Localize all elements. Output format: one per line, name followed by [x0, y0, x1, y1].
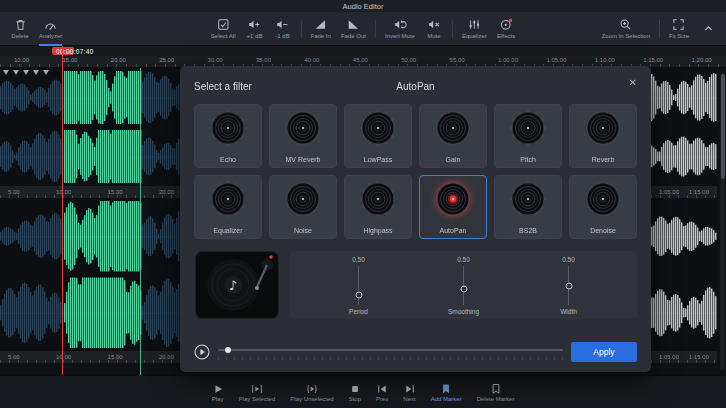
toolbar-button-label: Fade Out: [341, 33, 366, 39]
transport-next[interactable]: Next: [399, 381, 419, 404]
transport-button-label: Add Marker: [431, 396, 462, 402]
filter-tile-gain[interactable]: Gain: [419, 104, 487, 168]
transport-button-label: Next: [403, 396, 415, 402]
filter-name: Gain: [446, 156, 461, 163]
transport-play[interactable]: Play: [208, 381, 228, 404]
filter-tile-pitch[interactable]: Pitch: [494, 104, 562, 168]
toolbar-button-equalizer[interactable]: Equalizer: [457, 12, 492, 46]
toolbar-button-1-db[interactable]: -1 dB: [269, 12, 297, 46]
toolbar-button-delete[interactable]: Delete: [6, 12, 34, 46]
progress-track[interactable]: [218, 349, 563, 351]
toolbar-button-zoom-in-selection[interactable]: Zoom In Selection: [597, 12, 655, 46]
progress-thumb[interactable]: [225, 347, 231, 353]
scrollbar-thumb[interactable]: [721, 74, 725, 179]
toolbar-button-effects[interactable]: Effects: [492, 12, 520, 46]
transport-prev[interactable]: Prev: [372, 381, 392, 404]
toolbar-button-select-all[interactable]: Select All: [206, 12, 241, 46]
timeline-marker-icon[interactable]: [43, 70, 49, 75]
filter-tile-denoise[interactable]: Denoise: [569, 175, 637, 239]
toolbar-button-label: Fit Size: [669, 33, 689, 39]
transport-add-marker[interactable]: Add Marker: [427, 381, 466, 404]
toolbar-button-mute[interactable]: Mute: [420, 12, 448, 46]
timeline-marker-icon[interactable]: [33, 70, 39, 75]
slider-track[interactable]: [568, 266, 569, 305]
timeline-tick-label: 15.00: [62, 57, 77, 63]
toolbar-button-label: Fade In: [311, 33, 331, 39]
analyzer-icon: [44, 18, 57, 31]
waveform-track-2[interactable]: [0, 198, 182, 351]
toolbar-button-fade-out[interactable]: Fade Out: [336, 12, 371, 46]
track-2-ruler[interactable]: 5.0010.0015.0020.00: [0, 351, 182, 363]
filter-dialog: Select a filter AutoPan ✕ EchoMV ReverbL…: [180, 66, 651, 372]
chevron-up-icon: [702, 22, 715, 35]
timeline-marker-icon[interactable]: [3, 70, 9, 75]
vinyl-record-icon: [506, 107, 550, 149]
toolbar-button-1-db[interactable]: +1 dB: [241, 12, 269, 46]
filter-tile-autopan[interactable]: AutoPan: [419, 175, 487, 239]
preview-play-button[interactable]: [194, 344, 210, 360]
vinyl-record-icon: [206, 178, 250, 220]
filter-tile-noise[interactable]: Noise: [269, 175, 337, 239]
filter-name: MV Reverb: [285, 156, 320, 163]
vertical-scrollbar[interactable]: [720, 72, 725, 370]
zoom-in-selection-icon: [619, 18, 632, 31]
slider-track[interactable]: [358, 266, 359, 305]
toolbar-button-invert-mute[interactable]: Invert Mute: [380, 12, 420, 46]
track-1-ruler[interactable]: 5.0010.0015.0020.00: [0, 186, 182, 198]
waveform-track-1[interactable]: [0, 68, 182, 186]
filter-tile-highpass[interactable]: Highpass: [344, 175, 412, 239]
timeline-tick-label: 15.00: [108, 354, 123, 360]
timeline-tick-label: 40.00: [304, 57, 319, 63]
waveform-pane-left: 5.0010.0015.0020.00 5.0010.0015.0020.00: [0, 68, 182, 375]
timecode-row: 00:00:07:40: [0, 46, 726, 56]
toolbar-button-fade-in[interactable]: Fade In: [306, 12, 336, 46]
timeline-tick-label: 1:05.00: [659, 189, 679, 195]
close-icon[interactable]: ✕: [627, 75, 639, 90]
timeline-tick-label: 1:20.00: [692, 57, 712, 63]
toolbar-button-fit-size[interactable]: Fit Size: [664, 12, 694, 46]
toolbar-button-label: +1 dB: [247, 33, 263, 39]
timeline-tick-label: 5.00: [8, 189, 20, 195]
toolbar-button-label: Effects: [497, 33, 515, 39]
filter-tile-equalizer[interactable]: Equalizer: [194, 175, 262, 239]
slider-knob[interactable]: [565, 283, 572, 290]
transport-play-unselected[interactable]: Play Unselected: [286, 381, 337, 404]
filter-tile-reverb[interactable]: Reverb: [569, 104, 637, 168]
filter-name: LowPass: [364, 156, 392, 163]
track-1-ruler-right[interactable]: 1:05.001:15.00: [651, 186, 717, 198]
collapse-toolbar-button[interactable]: [694, 12, 722, 46]
transport-button-label: Stop: [349, 396, 361, 402]
filter-tile-echo[interactable]: Echo: [194, 104, 262, 168]
transport-play-selected[interactable]: Play Selected: [235, 381, 280, 404]
filter-name: Denoise: [590, 227, 616, 234]
toolbar-button-label: Delete: [11, 33, 28, 39]
track-2-ruler-right[interactable]: 1:05.001:15.00: [651, 351, 717, 363]
timeline-tick-label: 5.00: [8, 354, 20, 360]
slider-name: Period: [349, 308, 368, 315]
timeline-markers: [3, 70, 49, 75]
slider-knob[interactable]: [460, 286, 467, 293]
turntable-graphic: ♪: [194, 251, 280, 319]
timeline-marker-icon[interactable]: [23, 70, 29, 75]
transport-stop[interactable]: Stop: [345, 381, 365, 404]
timeline-marker-icon[interactable]: [13, 70, 19, 75]
filter-tile-mv-reverb[interactable]: MV Reverb: [269, 104, 337, 168]
waveform-track-1-right[interactable]: [651, 68, 717, 186]
apply-button[interactable]: Apply: [571, 342, 637, 362]
waveform-pane-right: 1:05.001:15.00 1:05.001:15.00: [651, 68, 717, 375]
transport-delete-marker[interactable]: Delete Marker: [473, 381, 519, 404]
app-title: Audio Editor: [343, 2, 384, 11]
playhead-line[interactable]: [62, 46, 63, 375]
toolbar-button-analyzer[interactable]: Analyzer: [34, 12, 67, 46]
filter-tile-bs2b[interactable]: BS2B: [494, 175, 562, 239]
slider-width: 0.50Width: [534, 256, 604, 315]
waveform-track-2-right[interactable]: [651, 198, 717, 351]
add-marker-icon: [440, 383, 452, 395]
play-selected-icon: [251, 383, 263, 395]
stop-icon: [349, 383, 361, 395]
vinyl-record-icon: [206, 107, 250, 149]
slider-track[interactable]: [463, 266, 464, 305]
preview-progress[interactable]: [218, 345, 563, 360]
slider-knob[interactable]: [355, 291, 362, 298]
filter-tile-lowpass[interactable]: LowPass: [344, 104, 412, 168]
